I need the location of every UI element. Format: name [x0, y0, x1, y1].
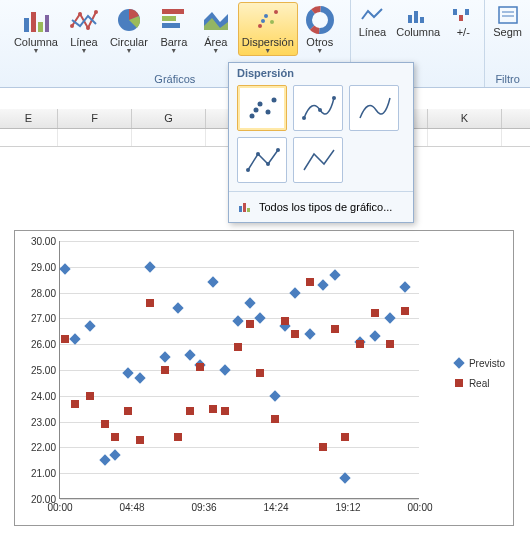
y-tick-label: 24.00 — [31, 390, 56, 401]
data-point — [111, 433, 119, 441]
svg-point-31 — [258, 102, 263, 107]
data-point — [331, 325, 339, 333]
svg-point-36 — [318, 108, 322, 112]
y-tick-label: 26.00 — [31, 339, 56, 350]
legend-label: Real — [469, 378, 490, 389]
svg-rect-24 — [453, 9, 457, 15]
svg-point-6 — [86, 26, 90, 30]
data-point — [71, 400, 79, 408]
svg-point-32 — [266, 110, 271, 115]
data-point — [136, 436, 144, 444]
svg-point-5 — [78, 12, 82, 16]
data-point — [184, 349, 195, 360]
area-chart-icon — [200, 4, 232, 36]
data-point — [99, 455, 110, 466]
embedded-chart[interactable]: 20.0021.0022.0023.0024.0025.0026.0027.00… — [14, 230, 514, 526]
data-point — [254, 313, 265, 324]
plot-area: 20.0021.0022.0023.0024.0025.0026.0027.00… — [59, 241, 419, 499]
group-charts-row: Columna ▼ Línea ▼ Circular ▼ — [10, 2, 340, 56]
chart-pie-button[interactable]: Circular ▼ — [106, 2, 152, 56]
column-header[interactable]: E — [0, 109, 58, 128]
data-point — [209, 405, 217, 413]
legend-item: Real — [455, 375, 505, 391]
data-point — [306, 278, 314, 286]
svg-point-34 — [254, 108, 259, 113]
data-point — [269, 390, 280, 401]
y-tick-label: 21.00 — [31, 468, 56, 479]
svg-rect-9 — [162, 9, 184, 14]
data-point — [124, 407, 132, 415]
chart-area-button[interactable]: Área ▼ — [196, 2, 236, 56]
svg-rect-0 — [24, 18, 29, 32]
data-point — [256, 369, 264, 377]
data-point — [386, 340, 394, 348]
pie-chart-icon — [113, 4, 145, 36]
chart-line-button[interactable]: Línea ▼ — [64, 2, 104, 56]
svg-point-14 — [258, 24, 262, 28]
scatter-option-scatter-straight-markers[interactable] — [237, 137, 287, 183]
x-tick-label: 00:00 — [407, 502, 432, 513]
x-tick-label: 19:12 — [335, 502, 360, 513]
chart-other-button[interactable]: Otros ▼ — [300, 2, 340, 56]
scatter-chart-icon — [252, 4, 284, 36]
sparkline-winloss-icon — [450, 4, 476, 26]
column-header[interactable]: G — [132, 109, 206, 128]
svg-rect-1 — [31, 12, 36, 32]
column-header[interactable]: F — [58, 109, 132, 128]
data-point — [172, 302, 183, 313]
svg-rect-11 — [162, 23, 180, 28]
line-chart-icon — [68, 4, 100, 36]
sparkline-column-label: Columna — [396, 26, 440, 38]
scatter-option-scatter-smooth[interactable] — [349, 85, 399, 131]
scatter-dropdown-panel: Dispersión Todos los tipos de gráfico... — [228, 62, 414, 223]
data-point — [86, 392, 94, 400]
chart-bar-button[interactable]: Barra ▼ — [154, 2, 194, 56]
x-tick-label: 09:36 — [191, 502, 216, 513]
data-point — [101, 420, 109, 428]
chevron-down-icon: ▼ — [264, 47, 271, 54]
other-chart-icon — [304, 4, 336, 36]
all-types-label: Todos los tipos de gráfico... — [259, 201, 392, 213]
slicer-label: Segm — [493, 26, 522, 38]
scatter-option-scatter-straight[interactable] — [293, 137, 343, 183]
sparkline-winloss-button[interactable]: +/- — [446, 2, 480, 40]
data-point — [144, 261, 155, 272]
svg-rect-43 — [243, 203, 246, 212]
svg-rect-3 — [45, 15, 49, 32]
column-header[interactable]: K — [428, 109, 502, 128]
sparkline-column-button[interactable]: Columna — [392, 2, 444, 40]
svg-point-39 — [256, 152, 260, 156]
column-chart-icon — [20, 4, 52, 36]
scatter-option-scatter-markers[interactable] — [237, 85, 287, 131]
data-point — [69, 333, 80, 344]
data-point — [384, 313, 395, 324]
chevron-down-icon: ▼ — [316, 47, 323, 54]
svg-rect-10 — [162, 16, 176, 21]
y-tick-label: 28.00 — [31, 287, 56, 298]
data-point — [221, 407, 229, 415]
data-point — [356, 340, 364, 348]
scatter-option-scatter-smooth-markers[interactable] — [293, 85, 343, 131]
data-point — [234, 343, 242, 351]
data-point — [122, 367, 133, 378]
chart-column-button[interactable]: Columna ▼ — [10, 2, 62, 56]
svg-point-4 — [70, 24, 74, 28]
sparkline-line-button[interactable]: Línea — [355, 2, 391, 40]
slicer-button[interactable]: Segm — [489, 2, 526, 40]
y-tick-label: 27.00 — [31, 313, 56, 324]
all-chart-types-button[interactable]: Todos los tipos de gráfico... — [229, 191, 413, 222]
svg-rect-25 — [459, 15, 463, 21]
chart-scatter-button[interactable]: Dispersión ▼ — [238, 2, 298, 56]
svg-rect-23 — [420, 17, 424, 23]
data-point — [61, 335, 69, 343]
data-point — [186, 407, 194, 415]
group-filter-label: Filtro — [495, 73, 519, 87]
data-point — [219, 364, 230, 375]
svg-point-38 — [246, 168, 250, 172]
data-point — [369, 331, 380, 342]
data-point — [339, 473, 350, 484]
y-tick-label: 30.00 — [31, 236, 56, 247]
svg-rect-22 — [414, 11, 418, 23]
svg-point-18 — [261, 19, 265, 23]
chevron-down-icon: ▼ — [170, 47, 177, 54]
